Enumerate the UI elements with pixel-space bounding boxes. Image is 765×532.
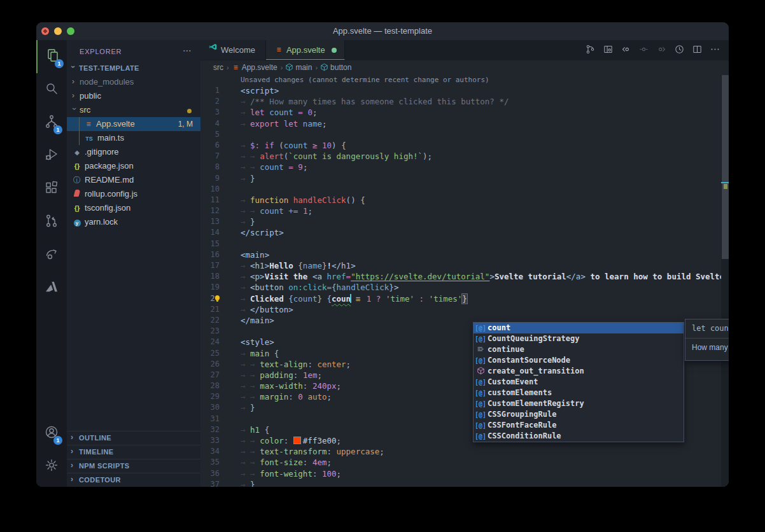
suggestion-cssfontfacerule[interactable]: [@]CSSFontFaceRule [474,420,684,431]
extensions-icon [44,180,59,198]
sidebar-section-npm-scripts[interactable]: ›NPM SCRIPTS [67,459,200,473]
breadcrumb-separator: › [315,64,318,71]
activity-item-github-pull-requests[interactable] [36,206,67,239]
sidebar-section-timeline[interactable]: ›TIMELINE [67,445,200,459]
file-history-button[interactable] [670,43,688,58]
overview-modified-mark [724,184,727,189]
activity-item-accounts[interactable]: 1 [36,417,67,450]
code-line[interactable]: 36→ → font-weight: 100; [200,468,729,479]
line-content: → $: if (count ≥ 10) { [200,140,729,151]
line-content: → <h1>Hello {name}!</h1> [200,260,729,271]
code-line[interactable]: 10 [200,184,729,195]
code-line[interactable]: 12→ → count += 1; [200,206,729,216]
more-actions-button[interactable] [706,43,724,58]
tree-item-rollup-config-js[interactable]: rollup.config.js [67,187,200,201]
code-line[interactable]: 20→ Clicked {count} {coun ≡ 1 ? 'time' :… [200,293,729,304]
breadcrumb-item[interactable]: src [213,63,223,72]
split-editor-button[interactable] [688,43,706,58]
breadcrumb-item[interactable]: main [295,63,312,72]
sidebar-section-codetour[interactable]: ›CODETOUR [67,473,200,487]
suggestion-label: CustomElementRegistry [488,399,584,408]
code-line[interactable]: 21→ </button> [200,304,729,315]
tree-item-app-svelte[interactable]: ≡App.svelte1, M [67,117,200,131]
open-changes-button[interactable] [599,43,617,58]
code-line[interactable]: 14</script> [200,227,729,238]
code-line[interactable]: 35→ → font-size: 4em; [200,457,729,468]
code-line[interactable]: 8→ → count = 9; [200,162,729,172]
code-line[interactable]: 3→ let count = 0; [200,107,729,118]
section-label: CODETOUR [79,476,121,484]
project-root-row[interactable]: ›TEST-TEMPLATE [67,61,200,75]
tree-item-package-json[interactable]: {}package.json [67,159,200,173]
suggestion-customevent[interactable]: [@]CustomEvent [474,377,684,388]
suggestion-cssconditionrule[interactable]: [@]CSSConditionRule [474,431,684,442]
code-line[interactable]: 2→ /** How many times has someone clicke… [200,96,729,107]
tab-welcome[interactable]: Welcome [200,40,266,60]
code-line[interactable]: 16<main> [200,249,729,260]
suggestion-customelementregistry[interactable]: [@]CustomElementRegistry [474,398,684,409]
breadcrumb[interactable]: src›≡App.svelte›main›button [200,60,729,75]
line-number: 27 [200,370,220,381]
line-number: 32 [200,424,220,435]
activity-item-run-debug[interactable] [36,139,67,172]
tree-item-readme-md[interactable]: ⓘREADME.md [67,173,200,187]
tree-item-tsconfig-json[interactable]: {}tsconfig.json [67,201,200,215]
json-file-icon: {} [72,201,82,215]
code-line[interactable]: 13→ } [200,216,729,227]
code-line[interactable]: 9→ } [200,173,729,184]
activity-item-search[interactable] [36,73,67,106]
code-line[interactable]: 6→ $: if (count ≥ 10) { [200,140,729,151]
svelte-icon: ≡ [274,40,284,60]
activity-item-explorer[interactable]: 1 [36,40,68,73]
code-line[interactable]: 11→ function handleClick() { [200,195,729,206]
sidebar-section-outline[interactable]: ›OUTLINE [67,431,200,445]
suggestion-constantsourcenode[interactable]: [@]ConstantSourceNode [474,355,684,366]
code-line[interactable]: 5 [200,129,729,140]
file-name: README.md [85,175,134,185]
code-line[interactable]: 15 [200,239,729,249]
suggestion-create_out_transition[interactable]: create_out_transition [474,366,684,377]
badge: 1 [53,436,62,445]
code-line[interactable]: 7→ → alert(`count is dangerously high!`)… [200,151,729,162]
activity-item-source-control[interactable]: 1 [36,106,67,139]
code-line[interactable]: 1<script> [200,85,729,96]
tree-item-node-modules[interactable]: ›node_modules [67,75,200,89]
activity-item-extensions[interactable] [36,172,67,206]
suggestion-customelements[interactable]: [@]customElements [474,388,684,398]
suggestion-cssgroupingrule[interactable]: [@]CSSGroupingRule [474,409,684,420]
activity-item-settings[interactable] [36,450,67,483]
tree-item--gitignore[interactable]: ◆.gitignore [67,145,200,159]
breadcrumb-item[interactable]: button [330,63,351,72]
previous-change-button[interactable] [617,43,635,58]
gitlens-graph-button[interactable] [581,43,599,58]
suggestion-count[interactable]: [@]count [474,323,684,333]
line-content: → export let name; [200,118,729,129]
activity-item-live-share[interactable] [36,239,67,272]
code-line[interactable]: 17→ <h1>Hello {name}!</h1> [200,260,729,271]
line-number: 19 [200,282,220,293]
current-change-button[interactable] [635,43,652,58]
next-change-button[interactable] [652,43,670,58]
scrollbar-thumb[interactable] [722,75,729,259]
editor-scrollbar[interactable] [721,75,729,487]
lightbulb-icon[interactable] [213,295,221,303]
tree-item-src[interactable]: ›src [67,103,200,117]
suggestion-label: count [488,323,510,332]
code-line[interactable]: 18→ <p>Visit the <a href="https://svelte… [200,271,729,282]
suggestion-countqueuingstrategy[interactable]: [@]CountQueuingStrategy [474,333,684,344]
code-line[interactable]: 4→ export let name; [200,118,729,129]
tab-app-svelte[interactable]: ≡App.svelte [266,40,345,60]
more-actions-icon[interactable]: ⋯ [183,40,192,61]
breadcrumb-item[interactable]: App.svelte [242,63,277,72]
code-line[interactable]: 19→ <button on:click={handleClick}> [200,282,729,293]
azure-icon [44,279,59,297]
line-number: 12 [200,206,220,216]
activity-item-azure[interactable] [36,272,67,305]
tree-item-yarn-lock[interactable]: yyarn.lock [67,215,200,229]
tree-item-public[interactable]: ›public [67,89,200,103]
suggestion-continue[interactable]: continue [474,344,684,355]
tree-item-main-ts[interactable]: TSmain.ts [67,131,200,145]
code-line[interactable]: 34→ → text-transform: uppercase; [200,446,729,457]
next-change-icon [656,44,667,57]
code-line[interactable]: 37→ } [200,479,729,487]
